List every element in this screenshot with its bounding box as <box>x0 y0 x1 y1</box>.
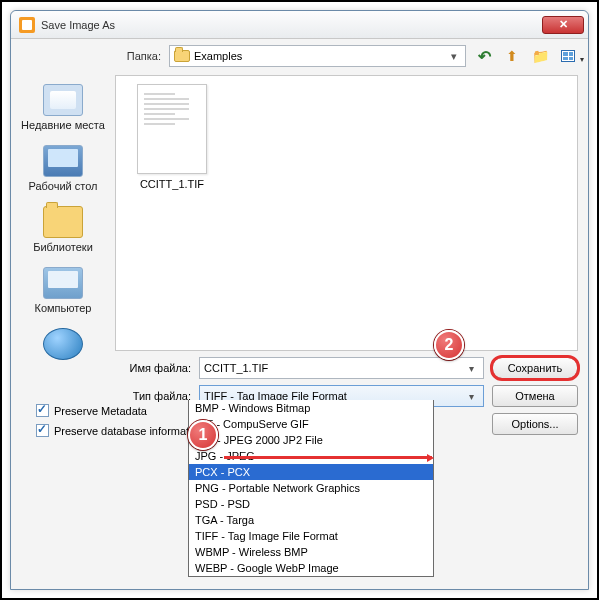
libraries-icon <box>43 206 83 238</box>
filetype-option[interactable]: PSD - PSD <box>189 496 433 512</box>
sidebar-item-libraries[interactable]: Библиотеки <box>16 201 110 258</box>
folder-label: Папка: <box>111 50 161 62</box>
file-list-pane[interactable]: CCITT_1.TIF <box>115 75 578 351</box>
view-menu-button[interactable]: ▾ <box>558 46 578 66</box>
window-title: Save Image As <box>41 19 542 31</box>
places-sidebar: Недавние места Рабочий стол Библиотеки К… <box>11 73 115 353</box>
filetype-option[interactable]: PNG - Portable Network Graphics <box>189 480 433 496</box>
folder-name: Examples <box>194 50 443 62</box>
filetype-label: Тип файла: <box>115 390 191 402</box>
filetype-option[interactable]: JP2 - JPEG 2000 JP2 File <box>189 432 433 448</box>
computer-icon <box>43 267 83 299</box>
chevron-down-icon: ▾ <box>447 50 461 63</box>
network-icon <box>43 328 83 360</box>
folder-select[interactable]: Examples ▾ <box>169 45 466 67</box>
chevron-down-icon[interactable]: ▾ <box>463 363 479 374</box>
desktop-icon <box>43 145 83 177</box>
new-folder-button[interactable]: 📁 <box>530 46 550 66</box>
sidebar-item-network[interactable] <box>16 323 110 368</box>
checkbox-icon <box>36 404 49 417</box>
filetype-option[interactable]: WEBP - Google WebP Image <box>189 560 433 576</box>
filetype-option[interactable]: WBMP - Wireless BMP <box>189 544 433 560</box>
annotation-callout-2: 2 <box>434 330 464 360</box>
folder-row: Папка: Examples ▾ ↶ ⬆ 📁 ▾ <box>11 39 588 73</box>
titlebar[interactable]: Save Image As ✕ <box>11 11 588 39</box>
filename-label: Имя файла: <box>115 362 191 374</box>
preserve-metadata-checkbox[interactable]: Preserve Metadata <box>36 404 204 417</box>
file-thumbnail[interactable]: CCITT_1.TIF <box>124 84 220 190</box>
filetype-option[interactable]: TIFF - Tag Image File Format <box>189 528 433 544</box>
filetype-option[interactable]: PCX - PCX <box>189 464 433 480</box>
filetype-option[interactable]: GIF - CompuServe GIF <box>189 416 433 432</box>
sidebar-item-computer[interactable]: Компьютер <box>16 262 110 319</box>
chevron-down-icon[interactable]: ▾ <box>463 391 479 402</box>
sidebar-item-recent[interactable]: Недавние места <box>16 79 110 136</box>
annotation-arrow <box>224 456 432 459</box>
app-icon <box>19 17 35 33</box>
filetype-dropdown-list[interactable]: BMP - Windows BitmapGIF - CompuServe GIF… <box>188 400 434 577</box>
cancel-button[interactable]: Отмена <box>492 385 578 407</box>
checkbox-icon <box>36 424 49 437</box>
save-button[interactable]: Сохранить <box>492 357 578 379</box>
folder-icon <box>174 50 190 62</box>
up-folder-button[interactable]: ⬆ <box>502 46 522 66</box>
annotation-callout-1: 1 <box>188 420 218 450</box>
document-icon <box>137 84 207 174</box>
sidebar-item-desktop[interactable]: Рабочий стол <box>16 140 110 197</box>
back-button[interactable]: ↶ <box>474 46 494 66</box>
file-name-label: CCITT_1.TIF <box>124 178 220 190</box>
recent-places-icon <box>43 84 83 116</box>
filetype-option[interactable]: TGA - Targa <box>189 512 433 528</box>
close-button[interactable]: ✕ <box>542 16 584 34</box>
filetype-option[interactable]: BMP - Windows Bitmap <box>189 400 433 416</box>
filename-input[interactable]: CCITT_1.TIF ▾ <box>199 357 484 379</box>
preserve-db-checkbox[interactable]: Preserve database information <box>36 424 204 437</box>
options-button[interactable]: Options... <box>492 413 578 435</box>
